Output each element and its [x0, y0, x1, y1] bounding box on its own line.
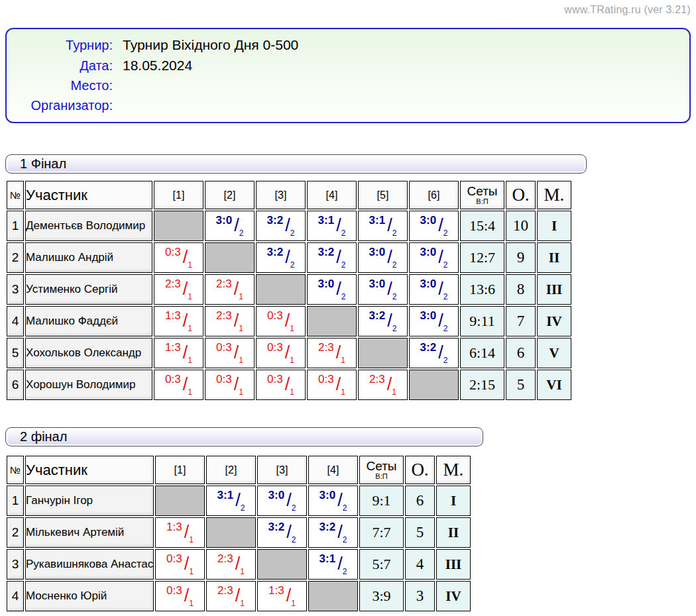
col-header-round-2: [2]: [205, 181, 255, 209]
col-header-round-4: [4]: [308, 456, 358, 484]
score-value: 2:3: [216, 309, 232, 322]
score-value: 3:1: [319, 552, 336, 565]
place-cell: II: [436, 517, 471, 548]
score-cell: 3:1/2: [206, 486, 256, 516]
results-table-final-2: №Участник[1][2][3][4]СетыВ:ПО.М. 1Ганчур…: [5, 454, 472, 613]
score-slash: /: [235, 490, 241, 510]
score-value: 2:3: [216, 278, 232, 290]
sets-cell: 6:14: [460, 338, 504, 368]
score-cell: 3:2/2: [257, 517, 307, 548]
score-value: 3:0: [319, 489, 336, 501]
score-slash: /: [285, 247, 290, 267]
score-slash: /: [337, 554, 343, 574]
score-slash: /: [234, 215, 239, 235]
tournament-info-table: Турнир: Турнир Віхідного Дня 0-500 Дата:…: [7, 35, 298, 116]
table-row: 5Хохольков Олександр1:3/10:3/10:3/12:3/1…: [7, 338, 571, 368]
score-cell: 2:3/1: [205, 306, 255, 336]
score-cell: 3:0/2: [308, 486, 358, 516]
score-value: 1:3: [165, 341, 181, 354]
score-subscore: 1: [239, 292, 243, 301]
score-cell: 3:0/2: [409, 274, 459, 305]
place-cell: VI: [537, 370, 571, 400]
col-header-round-3: [3]: [257, 456, 307, 484]
diagonal-cell: [307, 306, 357, 336]
score-value: 0:3: [165, 246, 181, 258]
score-value: 3:0: [420, 214, 437, 227]
score-slash: /: [285, 215, 290, 235]
sets-cell: 9:1: [359, 486, 404, 516]
score-subscore: 1: [239, 356, 243, 365]
tournament-value: Турнир Віхідного Дня 0-500: [113, 35, 298, 56]
score-subscore: 1: [188, 260, 192, 270]
table-row: 4Малишко Фаддєй1:3/12:3/10:3/13:2/23:0/2…: [7, 306, 571, 336]
diagonal-cell: [308, 581, 358, 611]
score-value: 1:3: [268, 584, 284, 597]
score-slash: /: [438, 247, 443, 267]
score-cell: 3:0/2: [409, 211, 459, 241]
col-header-round-1: [1]: [154, 181, 203, 209]
score-value: 3:2: [420, 341, 437, 354]
row-number-cell: 2: [7, 242, 24, 273]
participant-name-cell: Малишко Андрій: [25, 242, 152, 273]
section-title-final-2: 2 фінал: [5, 427, 483, 446]
row-number-cell: 6: [7, 370, 24, 400]
score-value: 0:3: [267, 309, 283, 322]
score-subscore: 2: [443, 260, 448, 270]
score-cell: 2:3/1: [205, 274, 255, 305]
place-cell: III: [537, 274, 571, 305]
score-cell: 0:3/1: [256, 338, 306, 368]
table-row: 1Ганчурін Ігор3:1/23:0/23:0/29:16I: [7, 486, 471, 516]
score-cell: 3:2/2: [256, 242, 306, 273]
score-slash: /: [286, 522, 292, 542]
score-subscore: 1: [240, 599, 245, 608]
score-value: 0:3: [166, 552, 182, 565]
score-value: 3:0: [420, 278, 437, 290]
table-row: 2Мількевич Артемій1:3/13:2/23:2/27:75II: [7, 517, 471, 548]
score-cell: 3:2/2: [308, 517, 358, 548]
score-value: 3:2: [268, 521, 285, 533]
sets-header-sublabel: В:П: [360, 473, 403, 480]
score-subscore: 2: [443, 324, 448, 333]
section-title-final-1: 1 Фінал: [5, 154, 587, 174]
info-row-tournament: Турнир: Турнир Віхідного Дня 0-500: [7, 35, 298, 56]
row-number-cell: 1: [7, 486, 24, 516]
diagonal-cell: [256, 274, 306, 305]
score-value: 3:1: [369, 214, 386, 227]
participant-name-cell: Мосненко Юрій: [25, 581, 154, 611]
col-header-place: М.: [436, 456, 471, 484]
score-cell: 3:1/2: [307, 211, 357, 241]
col-header-points: О.: [506, 181, 536, 209]
score-subscore: 1: [290, 387, 294, 397]
score-cell: 0:3/1: [154, 242, 203, 273]
participant-name-cell: Хорошун Володимир: [25, 370, 152, 400]
tournament-info-box: Турнир: Турнир Віхідного Дня 0-500 Дата:…: [5, 28, 691, 123]
score-slash: /: [387, 215, 392, 235]
sets-cell: 5:7: [359, 549, 404, 580]
row-number-cell: 4: [7, 581, 24, 611]
score-cell: 3:0/2: [358, 274, 408, 305]
row-number-cell: 4: [7, 306, 24, 336]
info-row-place: Место:: [7, 76, 298, 96]
organizer-label: Организатор:: [7, 96, 113, 116]
score-subscore: 1: [188, 292, 192, 301]
score-value: 3:2: [267, 214, 284, 227]
score-value: 0:3: [267, 373, 283, 385]
col-header-round-3: [3]: [256, 181, 306, 209]
score-subscore: 1: [240, 567, 245, 576]
col-header-sets: СетыВ:П: [359, 456, 404, 484]
sets-cell: 3:9: [359, 581, 404, 611]
score-value: 0:3: [267, 341, 283, 354]
score-subscore: 2: [241, 503, 245, 513]
score-subscore: 2: [341, 292, 346, 301]
score-subscore: 2: [239, 229, 244, 238]
place-cell: III: [436, 549, 471, 580]
score-slash: /: [337, 522, 343, 542]
score-cell: 0:3/1: [205, 370, 255, 400]
score-slash: /: [438, 342, 443, 362]
col-header-round-2: [2]: [206, 456, 256, 484]
diagonal-cell: [206, 517, 256, 548]
sets-header-sublabel: В:П: [461, 198, 504, 205]
score-cell: 0:3/1: [155, 581, 205, 611]
score-slash: /: [336, 215, 341, 235]
score-subscore: 2: [341, 229, 346, 238]
